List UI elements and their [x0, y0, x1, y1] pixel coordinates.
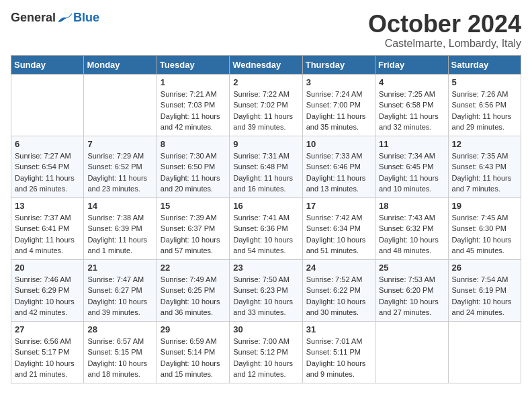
day-detail: Sunrise: 7:53 AMSunset: 6:20 PMDaylight:… — [379, 274, 444, 318]
header-cell-friday: Friday — [375, 55, 448, 74]
calendar-cell: 15Sunrise: 7:39 AMSunset: 6:37 PMDayligh… — [157, 197, 229, 259]
header-cell-saturday: Saturday — [448, 55, 521, 74]
header-cell-thursday: Thursday — [302, 55, 375, 74]
day-number: 3 — [306, 77, 371, 87]
calendar-cell — [375, 321, 448, 383]
day-number: 11 — [379, 139, 444, 149]
header-cell-sunday: Sunday — [11, 55, 84, 74]
day-detail: Sunrise: 7:52 AMSunset: 6:22 PMDaylight:… — [306, 274, 371, 318]
day-detail: Sunrise: 7:49 AMSunset: 6:25 PMDaylight:… — [161, 274, 226, 318]
day-detail: Sunrise: 6:57 AMSunset: 5:15 PMDaylight:… — [87, 336, 152, 380]
day-detail: Sunrise: 7:22 AMSunset: 7:02 PMDaylight:… — [233, 89, 298, 133]
calendar-cell: 30Sunrise: 7:00 AMSunset: 5:12 PMDayligh… — [230, 321, 302, 383]
day-number: 23 — [233, 263, 298, 273]
day-detail: Sunrise: 7:34 AMSunset: 6:45 PMDaylight:… — [379, 150, 444, 195]
header-cell-wednesday: Wednesday — [230, 55, 302, 74]
day-number: 31 — [306, 324, 371, 334]
calendar-cell: 13Sunrise: 7:37 AMSunset: 6:41 PMDayligh… — [11, 197, 84, 259]
day-number: 30 — [233, 324, 298, 334]
calendar-cell — [84, 74, 157, 136]
day-number: 20 — [15, 263, 80, 273]
calendar-cell: 9Sunrise: 7:31 AMSunset: 6:48 PMDaylight… — [230, 136, 302, 197]
calendar-cell: 4Sunrise: 7:25 AMSunset: 6:58 PMDaylight… — [375, 74, 448, 136]
calendar-cell: 12Sunrise: 7:35 AMSunset: 6:43 PMDayligh… — [448, 136, 521, 197]
day-number: 7 — [87, 139, 152, 149]
day-detail: Sunrise: 6:59 AMSunset: 5:14 PMDaylight:… — [161, 336, 226, 380]
day-number: 9 — [233, 139, 298, 149]
day-number: 5 — [452, 77, 517, 87]
day-number: 28 — [87, 324, 152, 334]
day-detail: Sunrise: 7:26 AMSunset: 6:56 PMDaylight:… — [452, 89, 517, 133]
calendar-cell: 31Sunrise: 7:01 AMSunset: 5:11 PMDayligh… — [302, 321, 375, 383]
day-detail: Sunrise: 7:37 AMSunset: 6:41 PMDaylight:… — [15, 212, 80, 257]
calendar-cell: 26Sunrise: 7:54 AMSunset: 6:19 PMDayligh… — [448, 259, 521, 321]
day-detail: Sunrise: 7:45 AMSunset: 6:30 PMDaylight:… — [452, 212, 517, 257]
day-detail: Sunrise: 7:25 AMSunset: 6:58 PMDaylight:… — [379, 89, 444, 133]
day-detail: Sunrise: 7:42 AMSunset: 6:34 PMDaylight:… — [306, 212, 371, 257]
logo-bird-icon — [57, 11, 73, 25]
day-number: 27 — [15, 324, 80, 334]
location-text: Castelmarte, Lombardy, Italy — [368, 38, 521, 50]
calendar-cell: 22Sunrise: 7:49 AMSunset: 6:25 PMDayligh… — [157, 259, 229, 321]
day-detail: Sunrise: 7:01 AMSunset: 5:11 PMDaylight:… — [306, 336, 371, 380]
header-row: SundayMondayTuesdayWednesdayThursdayFrid… — [11, 55, 521, 74]
day-number: 10 — [306, 139, 371, 149]
calendar-cell: 3Sunrise: 7:24 AMSunset: 7:00 PMDaylight… — [302, 74, 375, 136]
calendar-cell — [11, 74, 84, 136]
calendar-cell: 11Sunrise: 7:34 AMSunset: 6:45 PMDayligh… — [375, 136, 448, 197]
calendar-cell: 10Sunrise: 7:33 AMSunset: 6:46 PMDayligh… — [302, 136, 375, 197]
calendar-cell: 28Sunrise: 6:57 AMSunset: 5:15 PMDayligh… — [84, 321, 157, 383]
header-cell-monday: Monday — [84, 55, 157, 74]
day-detail: Sunrise: 7:21 AMSunset: 7:03 PMDaylight:… — [161, 89, 226, 133]
day-detail: Sunrise: 7:54 AMSunset: 6:19 PMDaylight:… — [452, 274, 517, 318]
day-detail: Sunrise: 7:41 AMSunset: 6:36 PMDaylight:… — [233, 212, 298, 257]
logo-blue-text: Blue — [73, 11, 99, 25]
day-detail: Sunrise: 7:33 AMSunset: 6:46 PMDaylight:… — [306, 150, 371, 195]
calendar-cell: 7Sunrise: 7:29 AMSunset: 6:52 PMDaylight… — [84, 136, 157, 197]
day-number: 6 — [15, 139, 80, 149]
day-detail: Sunrise: 7:29 AMSunset: 6:52 PMDaylight:… — [87, 150, 152, 195]
day-detail: Sunrise: 7:30 AMSunset: 6:50 PMDaylight:… — [161, 150, 226, 195]
calendar-week-row: 20Sunrise: 7:46 AMSunset: 6:29 PMDayligh… — [11, 259, 521, 321]
day-detail: Sunrise: 7:39 AMSunset: 6:37 PMDaylight:… — [161, 212, 226, 257]
title-block: October 2024 Castelmarte, Lombardy, Ital… — [368, 11, 521, 50]
calendar-cell: 14Sunrise: 7:38 AMSunset: 6:39 PMDayligh… — [84, 197, 157, 259]
day-detail: Sunrise: 6:56 AMSunset: 5:17 PMDaylight:… — [15, 336, 80, 380]
day-detail: Sunrise: 7:24 AMSunset: 7:00 PMDaylight:… — [306, 89, 371, 133]
day-detail: Sunrise: 7:00 AMSunset: 5:12 PMDaylight:… — [233, 336, 298, 380]
day-detail: Sunrise: 7:50 AMSunset: 6:23 PMDaylight:… — [233, 274, 298, 318]
day-number: 1 — [161, 77, 226, 87]
calendar-cell: 19Sunrise: 7:45 AMSunset: 6:30 PMDayligh… — [448, 197, 521, 259]
day-number: 29 — [161, 324, 226, 334]
day-number: 21 — [87, 263, 152, 273]
day-number: 22 — [161, 263, 226, 273]
calendar-cell: 23Sunrise: 7:50 AMSunset: 6:23 PMDayligh… — [230, 259, 302, 321]
calendar-cell — [448, 321, 521, 383]
day-number: 12 — [452, 139, 517, 149]
calendar-cell: 18Sunrise: 7:43 AMSunset: 6:32 PMDayligh… — [375, 197, 448, 259]
day-number: 2 — [233, 77, 298, 87]
calendar-cell: 16Sunrise: 7:41 AMSunset: 6:36 PMDayligh… — [230, 197, 302, 259]
calendar-cell: 27Sunrise: 6:56 AMSunset: 5:17 PMDayligh… — [11, 321, 84, 383]
day-detail: Sunrise: 7:31 AMSunset: 6:48 PMDaylight:… — [233, 150, 298, 195]
day-number: 25 — [379, 263, 444, 273]
calendar-week-row: 6Sunrise: 7:27 AMSunset: 6:54 PMDaylight… — [11, 136, 521, 197]
day-number: 19 — [452, 201, 517, 211]
calendar-cell: 29Sunrise: 6:59 AMSunset: 5:14 PMDayligh… — [157, 321, 229, 383]
calendar-cell: 21Sunrise: 7:47 AMSunset: 6:27 PMDayligh… — [84, 259, 157, 321]
calendar-week-row: 1Sunrise: 7:21 AMSunset: 7:03 PMDaylight… — [11, 74, 521, 136]
calendar-cell: 1Sunrise: 7:21 AMSunset: 7:03 PMDaylight… — [157, 74, 229, 136]
day-number: 16 — [233, 201, 298, 211]
day-detail: Sunrise: 7:35 AMSunset: 6:43 PMDaylight:… — [452, 150, 517, 195]
day-detail: Sunrise: 7:47 AMSunset: 6:27 PMDaylight:… — [87, 274, 152, 318]
day-number: 15 — [161, 201, 226, 211]
day-number: 24 — [306, 263, 371, 273]
day-number: 14 — [87, 201, 152, 211]
day-detail: Sunrise: 7:38 AMSunset: 6:39 PMDaylight:… — [87, 212, 152, 257]
day-number: 17 — [306, 201, 371, 211]
calendar-table: SundayMondayTuesdayWednesdayThursdayFrid… — [11, 55, 521, 383]
day-detail: Sunrise: 7:46 AMSunset: 6:29 PMDaylight:… — [15, 274, 80, 318]
month-title: October 2024 — [368, 11, 521, 38]
day-number: 13 — [15, 201, 80, 211]
calendar-week-row: 13Sunrise: 7:37 AMSunset: 6:41 PMDayligh… — [11, 197, 521, 259]
